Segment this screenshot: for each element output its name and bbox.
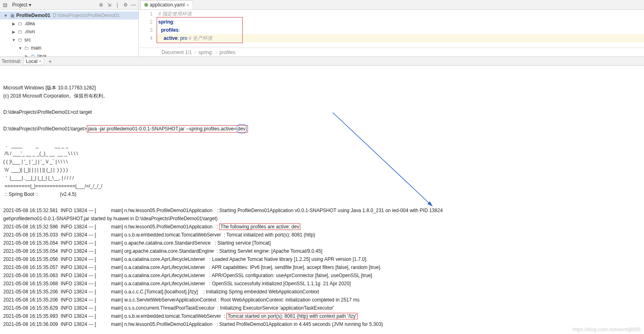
tab-label: application.yaml [150,2,185,8]
close-icon[interactable]: × [186,2,190,8]
terminal-line: 2021-05-08 16:15:32.581 INFO 13824 --- [… [3,206,641,215]
terminal-line: 2021-05-08 16:15:35.057 INFO 13824 --- [… [3,263,641,271]
terminal-line: get\profiledemo01-0.0.1-SNAPSHOT.jar sta… [3,215,641,223]
code-area[interactable]: # 指定使用环境spring: profiles: active: pro # … [156,10,644,48]
tree-item[interactable]: ▶🗀java [0,52,138,56]
terminal-line: 2021-05-08 16:15:32.586 INFO 13824 --- [… [3,223,641,231]
watermark: https://blog.csdn.net/wsnhj8085 [573,327,641,332]
terminal-line: 2021-05-08 16:15:35.054 INFO 13824 --- [… [3,247,641,255]
terminal-line [3,116,641,124]
gutter: 1234 [139,10,156,48]
folder-icon: 🗀 [17,28,24,35]
code-line[interactable]: spring: [156,18,644,26]
tree-item[interactable]: ▶🗀.mvn [0,28,138,36]
tree-label: ProfileDemo01 [16,13,50,18]
terminal-label: Terminal: [2,59,22,64]
tree-label: src [24,37,31,43]
chevron-icon[interactable]: ▶ [11,22,16,26]
code-line[interactable]: active: pro # 生产环境 [156,34,644,42]
terminal-line: 2021-05-08 16:15:35.068 INFO 13824 --- [… [3,280,641,288]
editor-tab[interactable]: ⬢ application.yaml × [140,0,193,9]
terminal-line: 2021-05-08 16:15:35.993 INFO 13824 --- [… [3,312,641,320]
terminal-line: 2021-05-08 16:15:35.033 INFO 13824 --- [… [3,231,641,239]
terminal-line: 2021-05-08 16:15:35.056 INFO 13824 --- [… [3,255,641,263]
terminal-line: ' |____| .__|_| |_|_| |_\__, | / / / / [3,174,641,182]
folder-icon: 🗀 [30,53,37,56]
editor-pane: ⬢ application.yaml × 1234 # 指定使用环境spring… [139,0,644,56]
terminal-line: 2021-05-08 16:15:35.206 INFO 13824 --- [… [3,296,641,304]
tree-label: .mvn [24,29,35,35]
project-icon: ▤ [2,2,8,8]
code-line[interactable]: profiles: [156,26,644,34]
module-icon: ▣ [9,12,15,19]
terminal-line [3,198,641,206]
chevron-icon[interactable]: ▼ [11,38,16,42]
crumb[interactable]: spring: [198,50,213,55]
tree-item[interactable]: ▼🗀main [0,44,138,52]
project-sidebar: ▤ Project ▾ ⊕ ⇲ | ⚙ — ▼ ▣ ProfileDemo01 … [0,0,139,56]
editor-body[interactable]: 1234 # 指定使用环境spring: profiles: active: p… [139,10,644,48]
target-icon[interactable]: ⊕ [98,2,104,8]
terminal-line [3,100,641,108]
terminal-tab[interactable]: Local× [23,58,45,65]
tree-item[interactable]: ▼🗀src [0,36,138,44]
terminal-line: Microsoft Windows [版本 10.0.17763.1282] [3,84,641,92]
folder-icon: 🗀 [24,45,30,51]
chevron-icon[interactable]: ▶ [24,54,29,57]
terminal-line: \\/ ___)| |_)| | | | | || (_| | ) ) ) ) [3,166,641,174]
terminal-line: 2021-05-08 16:15:35.206 INFO 13824 --- [… [3,288,641,296]
add-terminal-button[interactable]: + [46,58,54,65]
project-tree[interactable]: ▼ ▣ ProfileDemo01 D:\IdeaProjects\Profil… [0,10,138,56]
close-icon[interactable]: × [39,59,41,64]
terminal-output[interactable]: Microsoft Windows [版本 10.0.17763.1282](c… [0,66,644,334]
terminal-line: =========|_|==============|___/=/_/_/_/ [3,182,641,190]
terminal-line: . ____ _ __ _ _ [3,141,641,150]
divider: | [114,2,121,8]
gear-icon[interactable]: ⚙ [122,2,129,8]
chevron-icon[interactable]: ▼ [18,46,23,50]
terminal-line: 2021-05-08 16:15:36.009 INFO 13824 --- [… [3,320,641,328]
crumb[interactable]: Document 1/1 [162,50,192,55]
minimize-icon[interactable]: — [130,2,137,8]
breadcrumb[interactable]: Document 1/1› spring:› profiles: [139,48,644,56]
chevron-icon[interactable]: ▶ [11,30,16,34]
folder-icon: 🗀 [17,37,24,43]
tree-label: java [37,53,46,56]
editor-tabbar: ⬢ application.yaml × [139,0,644,10]
folder-icon: 🗀 [17,20,24,27]
terminal-line: (c) 2018 Microsoft Corporation。保留所有权利。 [3,92,641,100]
terminal-line: ( ( )\___ | '_ | '_| | '_ \/ _` | \ \ \ … [3,158,641,166]
terminal-line: 2021-05-08 16:15:35.054 INFO 13824 --- [… [3,239,641,247]
chevron-down-icon[interactable]: ▼ [3,13,8,18]
tree-label: main [31,45,41,51]
code-line[interactable]: # 指定使用环境 [156,10,644,18]
sidebar-header: ▤ Project ▾ ⊕ ⇲ | ⚙ — [0,0,138,10]
tree-path: D:\IdeaProjects\ProfileDemo01 [53,13,120,18]
expand-icon[interactable]: ⇲ [106,2,112,8]
terminal-line: /\\ / ___'_ __ _ _(_)_ __ __ _ \ \ \ \ [3,150,641,158]
tree-item[interactable]: ▶🗀.idea [0,20,138,28]
terminal-line: D:\IdeaProjects\ProfileDemo01>cd target [3,108,641,116]
tree-project-root[interactable]: ▼ ▣ ProfileDemo01 D:\IdeaProjects\Profil… [0,11,138,20]
yaml-file-icon: ⬢ [144,2,148,8]
terminal-line: :: Spring Boot :: (v2.4.5) [3,190,641,198]
terminal-line: 2021-05-08 16:15:35.629 INFO 13824 --- [… [3,304,641,312]
terminal-line: D:\IdeaProjects\ProfileDemo01\target>jav… [3,124,641,133]
tree-label: .idea [24,21,35,26]
crumb[interactable]: profiles: [220,50,237,55]
terminal-line [3,133,641,141]
terminal-line: 2021-05-08 16:15:35.063 INFO 13824 --- [… [3,271,641,280]
project-dropdown[interactable]: Project ▾ [10,1,34,9]
terminal-tabbar: Terminal: Local× + [0,57,644,66]
